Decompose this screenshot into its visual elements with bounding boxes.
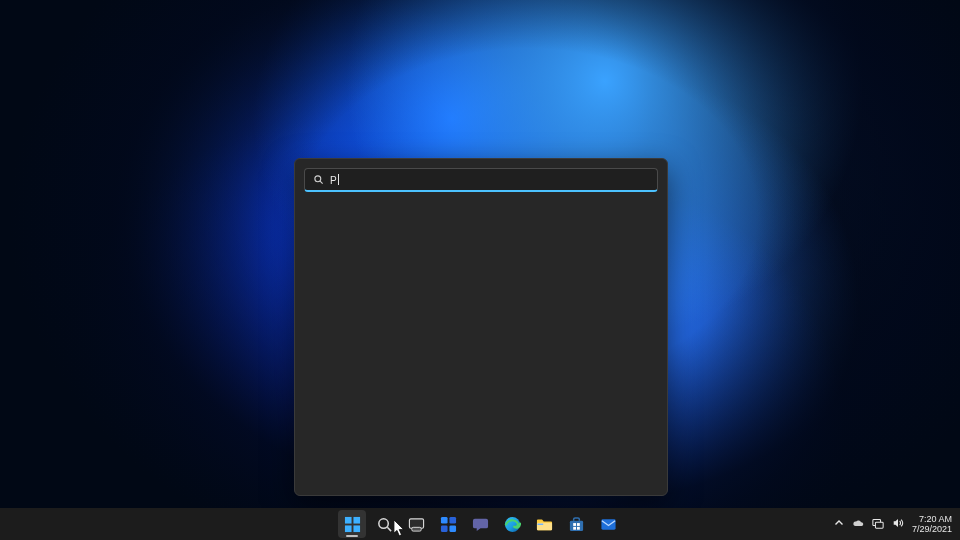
svg-line-7 [387,527,391,531]
search-icon [313,171,324,189]
windows-logo-icon [344,516,361,533]
svg-rect-18 [573,523,576,526]
search-box[interactable]: P [304,168,658,192]
tray-overflow-button[interactable] [834,518,844,530]
microsoft-store-app[interactable] [562,510,590,538]
svg-rect-5 [353,525,360,532]
svg-point-0 [315,175,321,181]
search-button[interactable] [370,510,398,538]
clock[interactable]: 7:20 AM 7/29/2021 [912,514,954,535]
svg-rect-11 [449,516,456,523]
system-tray: 7:20 AM 7/29/2021 [834,508,954,540]
svg-rect-24 [875,522,883,528]
svg-rect-21 [576,526,579,529]
svg-rect-9 [411,527,420,531]
search-results-area [304,192,658,486]
chat-icon [472,516,489,533]
search-panel: P [294,158,668,496]
edge-app[interactable] [498,510,526,538]
svg-rect-2 [344,516,351,523]
svg-rect-20 [573,526,576,529]
taskbar: 7:20 AM 7/29/2021 [0,508,960,540]
svg-line-1 [320,181,323,184]
svg-rect-17 [569,520,582,530]
clock-time: 7:20 AM [912,514,952,524]
mail-icon [600,516,617,533]
chat-button[interactable] [466,510,494,538]
mail-app[interactable] [594,510,622,538]
task-view-button[interactable] [402,510,430,538]
search-icon [376,516,393,533]
svg-rect-3 [353,516,360,523]
svg-rect-22 [601,519,615,529]
search-input-text: P [330,174,339,186]
svg-rect-8 [409,518,423,527]
taskbar-center-group [338,510,622,538]
svg-rect-12 [440,525,447,532]
svg-rect-16 [537,523,543,524]
edge-icon [504,516,521,533]
file-explorer-app[interactable] [530,510,558,538]
chevron-up-icon [834,518,844,528]
svg-rect-19 [576,523,579,526]
svg-rect-13 [449,525,456,532]
volume-tray-icon[interactable] [892,517,904,531]
task-view-icon [408,516,425,533]
network-tray-icon[interactable] [872,517,884,531]
widgets-button[interactable] [434,510,462,538]
speaker-icon [892,517,904,529]
svg-rect-10 [440,516,447,523]
onedrive-tray-icon[interactable] [852,517,864,531]
network-icon [872,517,884,529]
store-icon [568,516,585,533]
widgets-icon [440,516,457,533]
cloud-icon [852,517,864,529]
folder-icon [536,516,553,533]
clock-date: 7/29/2021 [912,524,952,534]
svg-point-6 [378,518,387,527]
svg-rect-4 [344,525,351,532]
start-button[interactable] [338,510,366,538]
